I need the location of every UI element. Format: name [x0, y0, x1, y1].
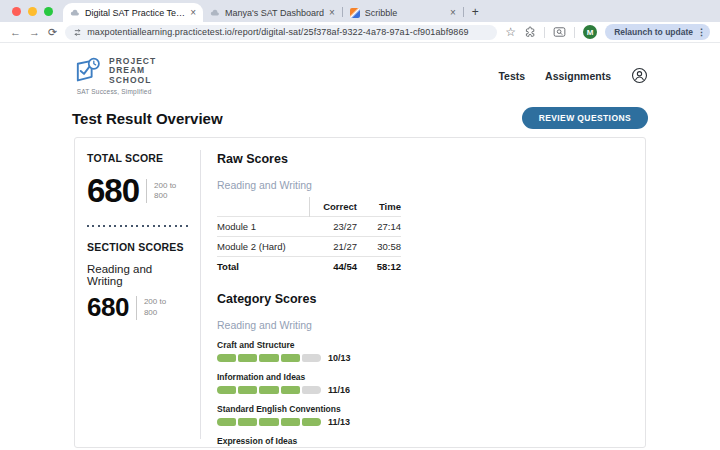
section-score-range: 200 to 800 — [144, 297, 166, 318]
progress-segment — [302, 386, 321, 394]
browser-tab-scribble[interactable]: Scribble × — [343, 3, 463, 22]
progress-bar — [217, 418, 321, 426]
back-icon[interactable]: ← — [10, 27, 21, 38]
progress-segment — [302, 354, 321, 362]
total-score-range: 200 to 800 — [154, 181, 176, 202]
row-correct: 21/27 — [309, 237, 357, 257]
site-header: PROJECT DREAM SCHOOL SAT Success, Simpli… — [72, 56, 648, 95]
account-person-icon[interactable] — [631, 67, 648, 84]
total-score-value: 680 — [87, 172, 139, 210]
browser-tab-dashboard[interactable]: Manya's SAT Dashboard × — [203, 3, 342, 22]
progress-segment — [281, 354, 300, 362]
profile-avatar[interactable]: M — [583, 25, 597, 39]
progress-segment — [217, 354, 236, 362]
category-label: Craft and Structure — [217, 340, 627, 350]
category-label: Information and Ideas — [217, 372, 627, 382]
window-close-button[interactable] — [12, 7, 21, 16]
category-score-value: 10/13 — [328, 353, 351, 363]
tab-close-icon[interactable]: × — [450, 8, 456, 18]
window-minimize-button[interactable] — [28, 7, 37, 16]
category-item-information-and-ideas: Information and Ideas 11/16 — [217, 372, 627, 395]
progress-bar — [217, 354, 321, 362]
raw-scores-table: Correct Time Module 1 23/27 27:14 Module… — [217, 197, 401, 276]
raw-scores-heading: Raw Scores — [217, 152, 627, 166]
reload-icon[interactable]: ⟳ — [48, 27, 57, 38]
browser-tab-active[interactable]: Digital SAT Practice Test 38 - × — [63, 3, 203, 22]
progress-segment — [259, 418, 278, 426]
nav-item-tests[interactable]: Tests — [498, 70, 525, 82]
page-title: Test Result Overview — [72, 110, 223, 127]
progress-segment — [259, 386, 278, 394]
category-item-expression-of-ideas: Expression of Ideas 12/12 — [217, 436, 627, 450]
category-label: Standard English Conventions — [217, 404, 627, 414]
section-score-value: 680 — [87, 292, 129, 323]
row-time: 58:12 — [357, 257, 401, 277]
raw-scores-section-subheading: Reading and Writing — [217, 179, 627, 191]
url-text: maxpotentiallearning.practicetest.io/rep… — [87, 27, 468, 37]
browser-menu-kebab-icon[interactable]: ⋮ — [697, 27, 706, 37]
scores-summary-column: TOTAL SCORE 680 200 to 800 SECTION SCORE… — [75, 150, 201, 439]
window-controls — [8, 0, 63, 22]
row-label: Total — [217, 257, 309, 277]
tab-title: Digital SAT Practice Test 38 - — [85, 8, 185, 18]
category-scores-heading: Category Scores — [217, 292, 627, 306]
relaunch-label: Relaunch to update — [614, 27, 693, 37]
score-range-divider — [136, 296, 137, 320]
scribble-favicon — [350, 8, 360, 18]
page-content: PROJECT DREAM SCHOOL SAT Success, Simpli… — [0, 56, 720, 448]
forward-icon[interactable]: → — [29, 27, 40, 38]
total-score-row: 680 200 to 800 — [87, 172, 190, 210]
row-label: Module 2 (Hard) — [217, 237, 309, 257]
relaunch-to-update-button[interactable]: Relaunch to update ⋮ — [605, 24, 710, 40]
row-correct: 44/54 — [309, 257, 357, 277]
logo-wordmark: PROJECT DREAM SCHOOL — [109, 57, 156, 86]
new-tab-button[interactable]: + — [464, 5, 487, 22]
book-clock-logo-icon — [72, 56, 104, 86]
section-name-label: Reading and Writing — [87, 263, 190, 287]
tab-title: Manya's SAT Dashboard — [225, 8, 324, 18]
extensions-puzzle-icon[interactable] — [524, 26, 536, 38]
review-questions-button[interactable]: REVIEW QUESTIONS — [522, 107, 648, 129]
scores-detail-column: Raw Scores Reading and Writing Correct T… — [201, 138, 645, 447]
row-time: 30:58 — [357, 237, 401, 257]
correct-column-header: Correct — [309, 197, 357, 217]
progress-segment — [302, 418, 321, 426]
site-info-icon[interactable] — [73, 28, 82, 37]
tab-close-icon[interactable]: × — [190, 8, 196, 18]
progress-segment — [259, 354, 278, 362]
tab-close-icon[interactable]: × — [329, 8, 335, 18]
tab-search-icon[interactable] — [553, 26, 566, 38]
cloud-favicon — [210, 8, 220, 18]
time-column-header: Time — [357, 197, 401, 217]
category-score-value: 11/13 — [328, 417, 350, 427]
logo-tagline: SAT Success, Simplified — [72, 88, 156, 95]
section-score-row: 680 200 to 800 — [87, 292, 190, 323]
toolbar-divider — [544, 27, 545, 38]
category-scores-section-subheading: Reading and Writing — [217, 319, 627, 331]
window-zoom-button[interactable] — [44, 7, 53, 16]
progress-segment — [281, 386, 300, 394]
progress-segment — [238, 386, 257, 394]
table-row-total: Total 44/54 58:12 — [217, 257, 401, 277]
table-row-module2: Module 2 (Hard) 21/27 30:58 — [217, 237, 401, 257]
url-address-bar[interactable]: maxpotentiallearning.practicetest.io/rep… — [65, 25, 497, 40]
category-item-craft-and-structure: Craft and Structure 10/13 — [217, 340, 627, 363]
progress-segment — [238, 418, 257, 426]
progress-segment — [217, 418, 236, 426]
project-dream-school-logo[interactable]: PROJECT DREAM SCHOOL SAT Success, Simpli… — [72, 56, 156, 95]
browser-tab-strip: Digital SAT Practice Test 38 - × Manya's… — [0, 0, 720, 22]
progress-segment — [238, 354, 257, 362]
nav-item-assignments[interactable]: Assignments — [545, 70, 611, 82]
toolbar-right-cluster: ☆ M Relaunch to update ⋮ — [505, 24, 710, 40]
main-navigation: Tests Assignments — [498, 67, 648, 84]
tab-title: Scribble — [365, 8, 445, 18]
title-row: Test Result Overview REVIEW QUESTIONS — [72, 107, 648, 129]
category-scores-block: Category Scores Reading and Writing Craf… — [217, 292, 627, 450]
toolbar-divider — [574, 27, 575, 38]
table-header-row: Correct Time — [217, 197, 401, 217]
category-label: Expression of Ideas — [217, 436, 627, 446]
bookmark-star-icon[interactable]: ☆ — [505, 26, 516, 38]
cloud-favicon — [70, 8, 80, 18]
empty-header-cell — [217, 197, 309, 217]
table-row-module1: Module 1 23/27 27:14 — [217, 217, 401, 237]
